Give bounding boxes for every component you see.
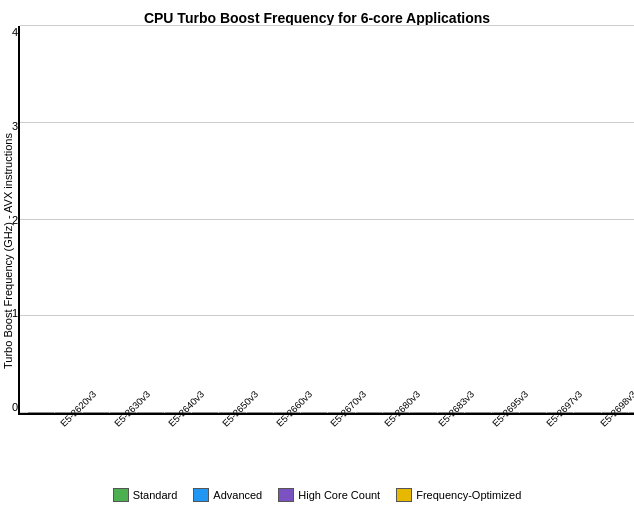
legend-highcorecount: High Core Count bbox=[278, 488, 380, 502]
chart-container: CPU Turbo Boost Frequency for 6-core App… bbox=[0, 0, 634, 510]
x-label-group: E5-2620v3 bbox=[54, 417, 108, 477]
legend-label-freqoptimized: Frequency-Optimized bbox=[416, 489, 521, 501]
legend-label-standard: Standard bbox=[133, 489, 178, 501]
y-tick-3: 3 bbox=[0, 120, 18, 132]
legend-swatch-freqoptimized bbox=[396, 488, 412, 502]
legend-swatch-highcorecount bbox=[278, 488, 294, 502]
y-tick-2: 2 bbox=[0, 214, 18, 226]
legend-freqoptimized: Frequency-Optimized bbox=[396, 488, 521, 502]
legend: Standard Advanced High Core Count Freque… bbox=[113, 482, 522, 510]
chart-title: CPU Turbo Boost Frequency for 6-core App… bbox=[144, 10, 490, 26]
legend-label-highcorecount: High Core Count bbox=[298, 489, 380, 501]
legend-label-advanced: Advanced bbox=[213, 489, 262, 501]
y-tick-1: 1 bbox=[0, 307, 18, 319]
x-label-group: E5-2630v3 bbox=[108, 417, 162, 477]
chart-inner: 0 1 2 3 4 bbox=[18, 26, 634, 477]
bar-wrapper bbox=[28, 412, 54, 413]
plot-area: 0 1 2 3 4 bbox=[18, 26, 634, 415]
x-labels-area: E5-2620v3E5-2630v3E5-2640v3E5-2650v3E5-2… bbox=[18, 417, 634, 477]
y-tick-0: 0 bbox=[0, 401, 18, 413]
legend-swatch-standard bbox=[113, 488, 129, 502]
y-tick-4: 4 bbox=[0, 26, 18, 38]
chart-body: Turbo Boost Frequency (GHz) - AVX instru… bbox=[0, 26, 634, 482]
bar-segment-gray-top bbox=[28, 412, 54, 413]
legend-advanced: Advanced bbox=[193, 488, 262, 502]
legend-standard: Standard bbox=[113, 488, 178, 502]
legend-swatch-advanced bbox=[193, 488, 209, 502]
bars-area bbox=[20, 26, 634, 413]
y-tick-labels: 0 1 2 3 4 bbox=[0, 26, 18, 413]
